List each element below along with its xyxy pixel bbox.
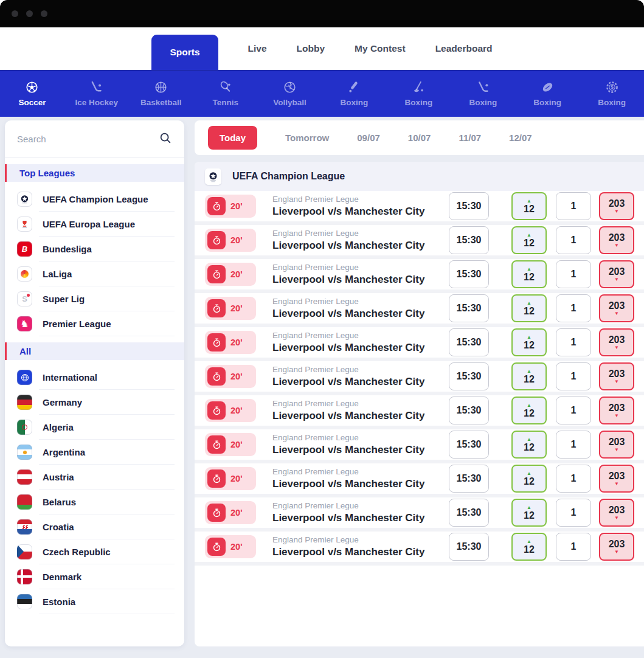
tab-leaderboard[interactable]: Leaderboard	[435, 43, 493, 54]
tab-live[interactable]: Live	[248, 43, 267, 54]
window-dot-icon[interactable]	[12, 10, 18, 17]
odd-down-button[interactable]: 203 ▼	[599, 192, 634, 220]
sidebar-item-premier-league[interactable]: ♞ Premier League	[5, 311, 184, 336]
match-time-box[interactable]: 15:30	[449, 431, 489, 459]
sportbar-item-boxing-3[interactable]: Boxing	[451, 71, 515, 117]
odd-draw-button[interactable]: 1	[556, 499, 591, 527]
odd-down-button[interactable]: 203 ▼	[599, 397, 634, 424]
sidebar-item-belarus[interactable]: Belarus	[5, 490, 184, 514]
window-dot-icon[interactable]	[41, 10, 47, 17]
sportbar-item-vollyball[interactable]: Vollyball	[258, 71, 322, 117]
sports-category-bar: Soccer Ice Hockey Basketball Tennis Voll…	[0, 70, 644, 117]
odd-down-button[interactable]: 203 ▼	[599, 465, 634, 493]
odd-down-button[interactable]: 203 ▼	[599, 362, 634, 390]
sidebar-item-denmark[interactable]: Denmark	[5, 564, 184, 589]
sidebar-item-international[interactable]: International	[5, 365, 184, 390]
sidebar-item-laliga[interactable]: LaLiga	[5, 261, 184, 286]
tab-my-contest[interactable]: My Contest	[355, 43, 406, 54]
sidebar-item-argentina[interactable]: Argentina	[5, 440, 184, 465]
odd-down-button[interactable]: 203 ▼	[599, 328, 634, 356]
odd-draw-button[interactable]: 1	[556, 294, 591, 322]
main-column: Today Tomorrow 09/07 10/07 11/07 12/07 U…	[195, 120, 644, 646]
odd-draw-button[interactable]: 1	[556, 226, 591, 254]
odd-up-value: 12	[524, 341, 535, 350]
odd-up-button[interactable]: ▲ 12	[511, 226, 547, 254]
tab-lobby[interactable]: Lobby	[297, 43, 325, 54]
odd-up-button[interactable]: ▲ 12	[511, 294, 547, 322]
stopwatch-icon	[207, 197, 226, 215]
sidebar-item-croatia[interactable]: Croatia	[5, 514, 184, 539]
search-input[interactable]	[17, 134, 159, 144]
match-time-box[interactable]: 15:30	[449, 533, 489, 561]
odd-draw-button[interactable]: 1	[556, 328, 591, 356]
odd-up-button[interactable]: ▲ 12	[511, 533, 547, 561]
arrow-down-icon: ▼	[614, 345, 619, 350]
odd-draw-button[interactable]: 1	[556, 431, 591, 459]
match-time-box[interactable]: 15:30	[449, 328, 489, 356]
sidebar-item-algeria[interactable]: Algeria	[5, 415, 184, 440]
odd-down-button[interactable]: 203 ▼	[599, 431, 634, 459]
odd-draw-button[interactable]: 1	[556, 465, 591, 493]
match-time-box[interactable]: 15:30	[449, 362, 489, 390]
odd-down-value: 203	[609, 335, 625, 345]
sidebar-item-label: Premier League	[43, 319, 111, 329]
sidebar-item-uefa-champion-league[interactable]: UEFA Champion League	[5, 187, 184, 212]
odd-draw-button[interactable]: 1	[556, 533, 591, 561]
date-tab-09-07[interactable]: 09/07	[357, 133, 380, 143]
odd-draw-button[interactable]: 1	[556, 192, 591, 220]
date-tab-today[interactable]: Today	[208, 126, 257, 150]
odd-draw-button[interactable]: 1	[556, 362, 591, 390]
window-dot-icon[interactable]	[26, 10, 33, 17]
match-time-box[interactable]: 15:30	[449, 294, 489, 322]
date-tab-10-07[interactable]: 10/07	[408, 133, 431, 143]
match-time-box[interactable]: 15:30	[449, 397, 489, 424]
match-time-box[interactable]: 15:30	[449, 465, 489, 493]
sportbar-item-boxing-4[interactable]: Boxing	[515, 71, 580, 117]
match-time-box[interactable]: 15:30	[449, 499, 489, 527]
sportbar-item-boxing-1[interactable]: Boxing	[322, 71, 387, 117]
sidebar-item-uefa-europa-league[interactable]: UEFA Europa League	[5, 212, 184, 237]
odd-up-button[interactable]: ▲ 12	[511, 499, 547, 527]
odd-down-value: 203	[609, 437, 625, 447]
sidebar-item-germany[interactable]: Germany	[5, 390, 184, 415]
match-odds: 15:30 ▲ 12 1 203 ▼	[449, 294, 634, 322]
sportbar-item-ice-hockey[interactable]: Ice Hockey	[64, 71, 129, 117]
odd-draw-button[interactable]: 1	[556, 397, 591, 424]
odd-up-button[interactable]: ▲ 12	[511, 431, 547, 459]
match-teams-label: Lieverpool v/s Manchester City	[272, 274, 424, 286]
sidebar-item-super-lig[interactable]: S Super Lig	[5, 286, 184, 311]
sidebar-item-czech-republic[interactable]: Czech Republic	[5, 539, 184, 564]
date-tab-12-07[interactable]: 12/07	[509, 133, 532, 143]
match-info: England Premier Legue Lieverpool v/s Man…	[272, 263, 424, 286]
stopwatch-icon	[207, 435, 226, 454]
odd-down-button[interactable]: 203 ▼	[599, 294, 634, 322]
sportbar-item-basketball[interactable]: Basketball	[129, 71, 193, 117]
sportbar-item-boxing-2[interactable]: Boxing	[386, 71, 451, 117]
sidebar-item-bundesliga[interactable]: B Bundesliga	[5, 237, 184, 261]
odd-up-button[interactable]: ▲ 12	[511, 192, 547, 220]
date-tab-11-07[interactable]: 11/07	[459, 133, 481, 143]
match-time-box[interactable]: 15:30	[449, 192, 489, 220]
odd-up-button[interactable]: ▲ 12	[511, 260, 547, 288]
date-tab-tomorrow[interactable]: Tomorrow	[285, 133, 329, 143]
odd-draw-button[interactable]: 1	[556, 260, 591, 288]
match-time-box[interactable]: 15:30	[449, 260, 489, 288]
sportbar-item-boxing-5[interactable]: $ Boxing	[580, 71, 644, 117]
sportbar-item-tennis[interactable]: Tennis	[193, 71, 258, 117]
odd-down-button[interactable]: 203 ▼	[599, 499, 634, 527]
bundesliga-logo-icon: B	[17, 241, 32, 257]
odd-up-button[interactable]: ▲ 12	[511, 328, 547, 356]
odd-up-button[interactable]: ▲ 12	[511, 465, 547, 493]
odd-down-button[interactable]: 203 ▼	[599, 260, 634, 288]
match-time-box[interactable]: 15:30	[449, 226, 489, 254]
sportbar-item-soccer[interactable]: Soccer	[0, 71, 64, 117]
odd-up-button[interactable]: ▲ 12	[511, 397, 547, 424]
odd-up-button[interactable]: ▲ 12	[511, 362, 547, 390]
search-icon[interactable]	[159, 131, 172, 147]
match-league-label: England Premier Legue	[272, 331, 424, 340]
sidebar-item-estonia[interactable]: Estonia	[5, 589, 184, 614]
tab-sports[interactable]: Sports	[151, 35, 218, 70]
odd-down-button[interactable]: 203 ▼	[599, 226, 634, 254]
odd-down-button[interactable]: 203 ▼	[599, 533, 634, 561]
sidebar-item-austria[interactable]: Austria	[5, 465, 184, 490]
